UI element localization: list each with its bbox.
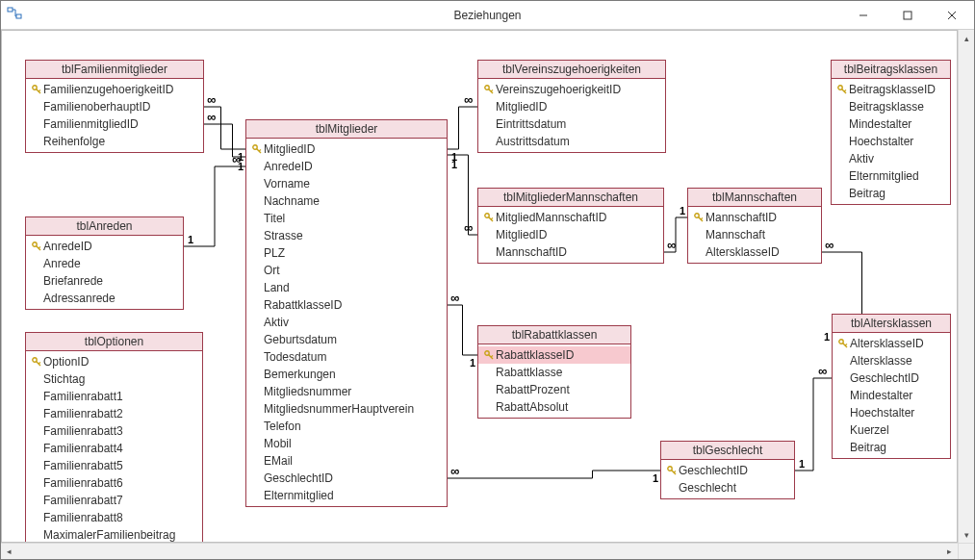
field-row[interactable]: EMail [246,452,447,470]
maximize-button[interactable] [885,1,930,29]
field-row[interactable]: Beitragsklasse [832,98,950,115]
field-row[interactable]: Mindestalter [833,387,950,404]
diagram-canvas[interactable]: 1∞1∞1∞1∞1∞1∞1∞1∞1∞1∞ tblFamilienmitglied… [2,31,957,542]
field-row[interactable]: Austrittsdatum [478,133,665,150]
field-row[interactable]: Adressanrede [26,290,183,307]
scroll-up-icon[interactable]: ▴ [959,30,975,46]
field-row[interactable]: Aktiv [246,314,447,331]
field-row[interactable]: Beitrag [833,439,950,456]
table-familienmitglieder[interactable]: tblFamilienmitgliederFamilienzugehoerigk… [25,60,204,153]
field-row[interactable]: GeschlechtID [833,369,950,387]
scroll-right-icon[interactable]: ▸ [941,544,958,560]
field-row[interactable]: FamilienzugehoerigkeitID [26,81,203,98]
field-row[interactable]: Familienrabatt2 [26,405,202,422]
field-row[interactable]: Reihenfolge [26,133,203,150]
field-row[interactable]: Vorname [246,175,447,192]
table-header[interactable]: tblAltersklassen [833,315,950,333]
table-vereinszugehoerigkeiten[interactable]: tblVereinszugehoerigkeitenVereinszugehoe… [477,60,666,153]
field-row[interactable]: Beitrag [832,185,950,202]
field-row[interactable]: Familienrabatt4 [26,440,202,457]
field-row[interactable]: MannschaftID [688,209,821,226]
field-row[interactable]: RabattProzent [478,381,630,398]
field-row[interactable]: Altersklasse [833,352,950,369]
table-header[interactable]: tblGeschlecht [661,442,794,460]
field-row[interactable]: MaximalerFamilienbeitrag [26,526,202,543]
field-row[interactable]: Telefon [246,418,447,435]
field-row[interactable]: VereinszugehoerigkeitID [478,81,665,98]
table-header[interactable]: tblFamilienmitglieder [26,61,203,79]
field-row[interactable]: Familienrabatt3 [26,422,202,440]
field-row[interactable]: Nachname [246,192,447,210]
field-row[interactable]: RabattklasseID [478,346,630,364]
field-row[interactable]: Land [246,279,447,296]
field-row[interactable]: RabattklasseID [246,296,447,314]
field-row[interactable]: Strasse [246,227,447,244]
table-header[interactable]: tblMannschaften [688,189,821,207]
field-row[interactable]: OptionID [26,353,202,370]
field-row[interactable]: MitgliedMannschaftID [478,209,663,226]
field-row[interactable]: Geschlecht [661,479,794,496]
table-geschlecht[interactable]: tblGeschlechtGeschlechtIDGeschlecht [660,441,795,499]
field-row[interactable]: Stichtag [26,370,202,388]
table-header[interactable]: tblRabattklassen [478,326,630,344]
field-row[interactable]: Familienrabatt8 [26,509,202,526]
field-row[interactable]: Hoechstalter [832,133,950,150]
field-row[interactable]: MitgliedID [478,98,665,115]
field-row[interactable]: MannschaftID [478,243,663,261]
field-row[interactable]: RabattAbsolut [478,398,630,416]
scroll-left-icon[interactable]: ◂ [1,544,17,560]
field-row[interactable]: Mitgliedsnummer [246,383,447,400]
field-row[interactable]: Geburtsdatum [246,331,447,348]
field-row[interactable]: Briefanrede [26,272,183,290]
table-header[interactable]: tblBeitragsklassen [832,61,950,79]
field-row[interactable]: Eintrittsdatum [478,115,665,133]
field-row[interactable]: MitgliedID [478,226,663,243]
field-row[interactable]: Anrede [26,255,183,272]
field-row[interactable]: Bemerkungen [246,366,447,383]
field-row[interactable]: MitgliedID [246,140,447,158]
table-header[interactable]: tblVereinszugehoerigkeiten [478,61,665,79]
vertical-scrollbar[interactable]: ▴ ▾ [958,30,974,543]
table-anreden[interactable]: tblAnredenAnredeIDAnredeBriefanredeAdres… [25,216,184,310]
scroll-down-icon[interactable]: ▾ [959,526,975,543]
field-row[interactable]: AltersklasseID [833,335,950,352]
field-row[interactable]: GeschlechtID [661,462,794,479]
table-optionen[interactable]: tblOptionenOptionIDStichtagFamilienrabat… [25,332,203,543]
table-mitglieder[interactable]: tblMitgliederMitgliedIDAnredeIDVornameNa… [245,119,448,507]
titlebar[interactable]: Beziehungen [1,1,974,30]
table-rabattklassen[interactable]: tblRabattklassenRabattklasseIDRabattklas… [477,325,631,419]
field-row[interactable]: MitgliedsnummerHauptverein [246,400,447,418]
diagram-viewport[interactable]: 1∞1∞1∞1∞1∞1∞1∞1∞1∞1∞ tblFamilienmitglied… [1,30,958,543]
field-row[interactable]: FamilienoberhauptID [26,98,203,115]
field-row[interactable]: Aktiv [832,150,950,167]
field-row[interactable]: Elternmitglied [832,167,950,185]
field-row[interactable]: Ort [246,262,447,279]
field-row[interactable]: AnredeID [246,158,447,175]
field-row[interactable]: GeschlechtID [246,470,447,487]
field-row[interactable]: BeitragsklasseID [832,81,950,98]
field-row[interactable]: Mobil [246,435,447,452]
minimize-button[interactable] [841,1,885,29]
table-mannschaften[interactable]: tblMannschaftenMannschaftIDMannschaftAlt… [687,188,822,264]
field-row[interactable]: Familienrabatt6 [26,474,202,492]
table-mitgliedermannschaften[interactable]: tblMitgliederMannschaftenMitgliedMannsch… [477,188,664,264]
horizontal-scrollbar[interactable]: ◂ ▸ [1,543,958,559]
table-header[interactable]: tblOptionen [26,333,202,351]
field-row[interactable]: Todesdatum [246,348,447,366]
field-row[interactable]: Hoechstalter [833,404,950,421]
field-row[interactable]: Familienrabatt5 [26,457,202,474]
table-beitragsklassen[interactable]: tblBeitragsklassenBeitragsklasseIDBeitra… [831,60,951,205]
field-row[interactable]: Rabattklasse [478,364,630,381]
field-row[interactable]: Titel [246,210,447,227]
table-header[interactable]: tblMitgliederMannschaften [478,189,663,207]
field-row[interactable]: Elternmitglied [246,487,447,504]
field-row[interactable]: FamilienmitgliedID [26,115,203,133]
field-row[interactable]: Kuerzel [833,421,950,439]
field-row[interactable]: AnredeID [26,238,183,255]
table-altersklassen[interactable]: tblAltersklassenAltersklasseIDAltersklas… [832,314,951,459]
table-header[interactable]: tblMitglieder [246,120,447,139]
field-row[interactable]: Familienrabatt7 [26,492,202,509]
close-button[interactable] [930,1,974,29]
field-row[interactable]: AltersklasseID [688,243,821,261]
field-row[interactable]: PLZ [246,244,447,262]
